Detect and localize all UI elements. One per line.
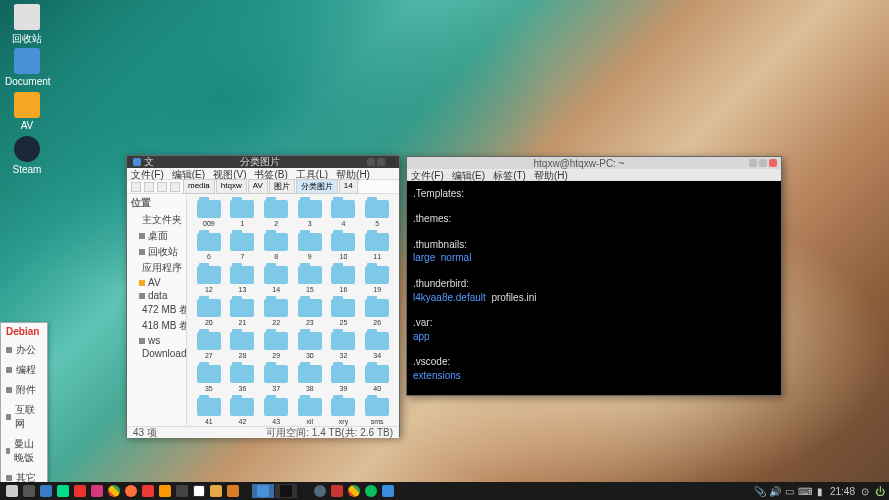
maximize-button[interactable] [377,158,385,166]
sidebar-item[interactable]: Downloads [127,347,186,360]
close-button[interactable] [387,158,395,166]
desktop-icon-document[interactable]: Document [5,48,49,87]
sidebar-item[interactable]: 472 MB 卷 [127,302,186,318]
folder-item[interactable]: 36 [227,365,259,392]
task-wechat[interactable] [363,484,379,498]
close-button[interactable] [769,159,777,167]
app-menu-item[interactable]: 办公 [1,340,47,360]
desktop-icon-trash[interactable]: 回收站 [5,4,49,46]
volume-icon[interactable]: 🔊 [770,486,780,496]
task-app8[interactable] [312,484,328,498]
menu-item[interactable]: 帮助(H) [336,168,370,179]
task-chrome2[interactable] [346,484,362,498]
folder-item[interactable]: 38 [294,365,326,392]
forward-button[interactable] [157,182,167,192]
folder-item[interactable]: 42 [227,398,259,425]
up-button[interactable] [131,182,141,192]
term-titlebar[interactable]: htqxw@htqxw-PC: ~ [407,157,781,169]
folder-item[interactable]: 39 [328,365,360,392]
folder-item[interactable]: 35 [193,365,225,392]
sidebar-item[interactable]: AV [127,276,186,289]
menu-item[interactable]: 书签(B) [254,168,287,179]
sidebar-item[interactable]: 主文件夹 [127,212,186,228]
task-app1[interactable] [55,484,71,498]
minimize-button[interactable] [749,159,757,167]
tray-icon1[interactable]: ⊙ [860,486,870,496]
task-app6[interactable] [208,484,224,498]
folder-item[interactable]: 37 [260,365,292,392]
task-firefox[interactable] [123,484,139,498]
breadcrumb-segment[interactable]: htqxw [216,179,247,194]
start-button[interactable] [4,484,20,498]
fm-icon-view[interactable]: 0091234567891011121314151619202122232526… [187,194,399,426]
folder-item[interactable]: 7 [227,233,259,260]
app-menu-item[interactable]: 编程 [1,360,47,380]
fm-titlebar[interactable]: 文 分类图片 [127,156,399,168]
battery-icon[interactable]: ▮ [815,486,825,496]
running-filemanager[interactable] [252,484,274,498]
folder-item[interactable]: 13 [227,266,259,293]
folder-item[interactable]: 43 [260,398,292,425]
folder-item[interactable]: 8 [260,233,292,260]
sidebar-item[interactable]: 回收站 [127,244,186,260]
breadcrumb-segment[interactable]: AV [248,179,268,194]
network-icon[interactable]: ▭ [785,486,795,496]
folder-item[interactable]: 6 [193,233,225,260]
folder-item[interactable]: 14 [260,266,292,293]
app-menu-item[interactable]: 附件 [1,380,47,400]
breadcrumb-segment[interactable]: 14 [339,179,358,194]
menu-item[interactable]: 帮助(H) [534,169,568,180]
home-button[interactable] [170,182,180,192]
task-app9[interactable] [329,484,345,498]
folder-item[interactable]: 29 [260,332,292,359]
task-app5[interactable] [191,484,207,498]
task-vivaldi[interactable] [140,484,156,498]
folder-item[interactable]: 16 [328,266,360,293]
breadcrumb-segment[interactable]: media [183,179,215,194]
back-button[interactable] [144,182,154,192]
clock[interactable]: 21:48 [830,486,855,497]
folder-item[interactable]: 15 [294,266,326,293]
task-sublime[interactable] [157,484,173,498]
task-app2[interactable] [72,484,88,498]
app-menu-item[interactable]: 互联网 [1,400,47,434]
folder-item[interactable]: 5 [361,200,393,227]
breadcrumb-segment[interactable]: 图片 [269,179,295,194]
folder-item[interactable]: 30 [294,332,326,359]
folder-item[interactable]: sms [361,398,393,425]
folder-item[interactable]: 19 [361,266,393,293]
folder-item[interactable]: 009 [193,200,225,227]
task-app4[interactable] [174,484,190,498]
folder-item[interactable]: 23 [294,299,326,326]
sidebar-item[interactable]: ws [127,334,186,347]
folder-item[interactable]: 32 [328,332,360,359]
sidebar-item[interactable]: 应用程序 [127,260,186,276]
folder-item[interactable]: 27 [193,332,225,359]
folder-item[interactable]: 21 [227,299,259,326]
folder-item[interactable]: 26 [361,299,393,326]
menu-item[interactable]: 标签(T) [493,169,526,180]
sidebar-item[interactable]: 桌面 [127,228,186,244]
breadcrumb-segment[interactable]: 分类图片 [296,179,338,194]
folder-item[interactable]: 20 [193,299,225,326]
task-chrome[interactable] [106,484,122,498]
folder-item[interactable]: 41 [193,398,225,425]
sidebar-item[interactable]: data [127,289,186,302]
menu-item[interactable]: 文件(F) [411,169,444,180]
folder-item[interactable]: 11 [361,233,393,260]
attachment-icon[interactable]: 📎 [755,486,765,496]
folder-item[interactable]: xry [328,398,360,425]
maximize-button[interactable] [759,159,767,167]
folder-item[interactable]: 22 [260,299,292,326]
folder-item[interactable]: 3 [294,200,326,227]
folder-item[interactable]: 25 [328,299,360,326]
desktop-icon-steam[interactable]: Steam [5,136,49,175]
task-files[interactable] [38,484,54,498]
menu-item[interactable]: 编辑(E) [452,169,485,180]
terminal-content[interactable]: .Templates: .themes: .thumbnails: large … [407,181,781,395]
folder-item[interactable]: 34 [361,332,393,359]
task-app10[interactable] [380,484,396,498]
folder-item[interactable]: 9 [294,233,326,260]
folder-item[interactable]: 10 [328,233,360,260]
minimize-button[interactable] [367,158,375,166]
